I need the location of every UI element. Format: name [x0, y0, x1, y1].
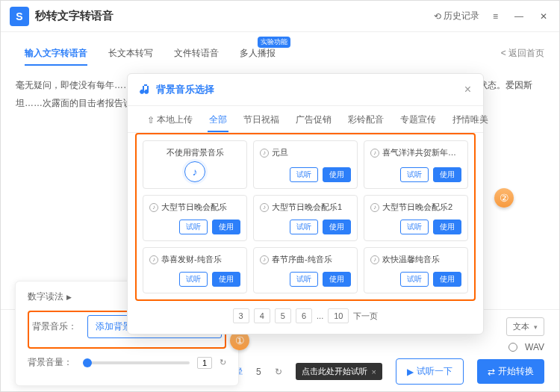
chevron-down-icon: ▾ [534, 323, 538, 331]
note-icon: ♪ [370, 255, 379, 264]
history-link[interactable]: ⟲历史记录 [434, 10, 479, 22]
volume-slider[interactable] [83, 361, 190, 364]
volume-label: 背景音量： [28, 356, 75, 369]
use-button[interactable]: 使用 [323, 272, 351, 287]
cat-upload[interactable]: ⇧本地上传 [140, 106, 200, 132]
try-button[interactable]: 试听 [290, 272, 318, 287]
convert-button[interactable]: ⇄开始转换 [477, 359, 544, 384]
app-logo: S [10, 7, 29, 26]
cat-ad[interactable]: 广告促销 [288, 106, 339, 132]
pagination: 3 4 5 6 ... 10 下一页 [128, 302, 483, 334]
try-button[interactable]: 试听 [179, 220, 208, 234]
speed-value: 5 [256, 367, 261, 377]
try-button[interactable]: 试听 [290, 167, 318, 182]
close-window-icon[interactable]: ✕ [537, 8, 550, 25]
use-button[interactable]: 使用 [433, 272, 461, 287]
music-card: ♪元旦试听使用 [253, 140, 358, 189]
use-button[interactable]: 使用 [433, 220, 461, 234]
tab-long-text[interactable]: 长文本转写 [99, 41, 162, 66]
music-card: ♪大型节日晚会配乐1试听使用 [253, 195, 358, 241]
try-button[interactable]: 试听 [179, 272, 208, 287]
app-title: 秒转文字转语音 [35, 9, 113, 23]
tab-file[interactable]: 文件转语音 [165, 41, 228, 66]
music-note-icon: ♪ [184, 161, 205, 182]
play-icon: ▶ [407, 367, 414, 377]
close-modal-icon[interactable]: × [464, 83, 471, 96]
use-button[interactable]: 使用 [212, 220, 240, 234]
preview-button[interactable]: ▶试听一下 [396, 358, 464, 385]
page-6[interactable]: 6 [296, 308, 312, 323]
note-icon: ♪ [260, 255, 269, 264]
next-page[interactable]: 下一页 [353, 311, 378, 322]
use-button[interactable]: 使用 [323, 167, 351, 182]
music-card: ♪大型节日晚会配乐2试听使用 [364, 195, 468, 241]
modal-title: 背景音乐选择 [156, 83, 214, 96]
play-small-icon: ▶ [66, 293, 72, 301]
music-icon [140, 84, 152, 96]
bgm-modal: 背景音乐选择 × ⇧本地上传 全部 节日祝福 广告促销 彩铃配音 专题宣传 抒情… [127, 73, 484, 335]
note-icon: ♪ [370, 203, 379, 212]
cat-topic[interactable]: 专题宣传 [393, 106, 444, 132]
callout-marker-2: ② [494, 188, 514, 208]
volume-value[interactable]: 1 [197, 357, 212, 369]
page-5[interactable]: 5 [275, 308, 291, 323]
note-icon: ♪ [370, 149, 379, 158]
tab-multi-voice[interactable]: 多人播报 实验功能 [231, 41, 284, 66]
use-button[interactable]: 使用 [433, 167, 461, 182]
back-home-link[interactable]: < 返回首页 [501, 47, 544, 60]
card-no-music[interactable]: 不使用背景音乐 ♪ [143, 140, 247, 189]
beta-badge: 实验功能 [258, 37, 290, 48]
preview-tooltip: 点击此处开始试听× [296, 363, 382, 380]
upload-icon: ⇧ [147, 115, 155, 125]
music-card: ♪恭喜发财-纯音乐试听使用 [143, 247, 247, 293]
tab-text-input[interactable]: 输入文字转语音 [16, 41, 96, 66]
music-card: ♪春节序曲-纯音乐试听使用 [253, 247, 358, 293]
cat-ringtone[interactable]: 彩铃配音 [340, 106, 391, 132]
note-icon: ♪ [260, 203, 269, 212]
swap-icon: ⇄ [488, 367, 495, 377]
wav-radio[interactable] [508, 343, 517, 352]
use-button[interactable]: 使用 [323, 220, 351, 234]
cat-lyrical[interactable]: 抒情唯美 [445, 106, 496, 132]
minimize-icon[interactable]: — [511, 8, 526, 25]
music-card: ♪欢快温馨纯音乐试听使用 [364, 247, 468, 293]
refresh-icon[interactable]: ↻ [275, 367, 282, 377]
reset-volume-icon[interactable]: ↻ [220, 358, 226, 367]
try-button[interactable]: 试听 [290, 220, 318, 234]
close-tooltip-icon[interactable]: × [372, 367, 376, 376]
cat-all[interactable]: 全部 [202, 106, 234, 132]
use-button[interactable]: 使用 [212, 272, 240, 287]
history-icon: ⟲ [434, 11, 441, 22]
try-button[interactable]: 试听 [400, 220, 429, 234]
bgm-label: 背景音乐： [32, 320, 80, 333]
note-icon: ♪ [149, 203, 158, 212]
music-card: ♪大型节日晚会配乐试听使用 [143, 195, 247, 241]
page-10[interactable]: 10 [328, 308, 349, 323]
page-4[interactable]: 4 [254, 308, 270, 323]
cat-festival[interactable]: 节日祝福 [236, 106, 287, 132]
note-icon: ♪ [149, 255, 158, 264]
note-icon: ♪ [260, 149, 269, 158]
try-button[interactable]: 试听 [400, 272, 429, 287]
try-button[interactable]: 试听 [400, 167, 429, 182]
music-card: ♪喜气洋洋共贺新年…试听使用 [364, 140, 468, 189]
page-dots: ... [317, 311, 323, 320]
settings-icon[interactable]: ≡ [490, 8, 501, 25]
format-select[interactable]: 文本▾ [506, 317, 544, 336]
page-3[interactable]: 3 [233, 308, 249, 323]
